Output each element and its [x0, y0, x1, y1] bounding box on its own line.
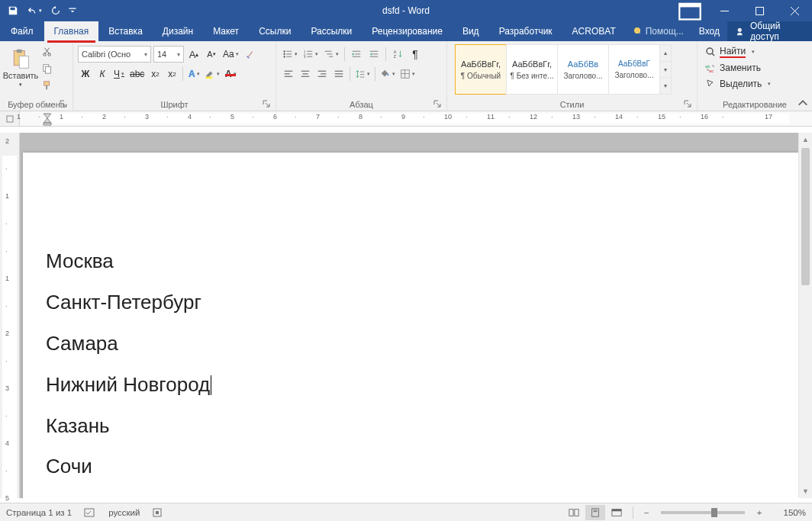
increase-indent-button[interactable]: [366, 46, 382, 63]
clipboard-dialog-launcher[interactable]: [59, 100, 68, 109]
page-indicator[interactable]: Страница 1 из 1: [6, 508, 72, 517]
tab-mailings[interactable]: Рассылки: [301, 21, 362, 41]
web-layout-button[interactable]: [607, 505, 627, 520]
shrink-font-button[interactable]: A▾: [204, 46, 219, 63]
svg-rect-14: [44, 82, 50, 85]
tab-insert[interactable]: Вставка: [98, 21, 153, 41]
language-indicator[interactable]: русский: [108, 508, 140, 517]
svg-rect-30: [325, 51, 332, 52]
svg-rect-43: [285, 76, 293, 77]
styles-gallery-more[interactable]: ▴▾▾: [659, 44, 672, 95]
svg-rect-48: [321, 73, 326, 74]
bullets-button[interactable]: [281, 46, 299, 63]
ribbon-display-options[interactable]: [678, 2, 702, 20]
paste-button[interactable]: Вставить ▾: [3, 43, 38, 93]
tab-file[interactable]: Файл: [0, 21, 44, 41]
tab-acrobat[interactable]: ACROBAT: [562, 21, 626, 41]
group-styles-label: Стили: [450, 100, 694, 111]
svg-rect-27: [307, 53, 312, 54]
left-indent-marker[interactable]: [43, 117, 52, 127]
borders-button[interactable]: [398, 66, 417, 82]
sort-button[interactable]: AZ: [390, 46, 405, 63]
copy-button[interactable]: [40, 61, 55, 76]
underline-button[interactable]: Ч: [111, 66, 127, 82]
paragraph-dialog-launcher[interactable]: [433, 100, 442, 109]
style-nospacing[interactable]: АаБбВвГг,¶ Без инте...: [506, 44, 558, 95]
document-content[interactable]: МоскваСанкт-ПетербургСамараНижний Новгор…: [46, 250, 775, 478]
align-left-button[interactable]: [281, 66, 296, 82]
maximize-button[interactable]: [742, 0, 777, 21]
svg-rect-42: [285, 73, 290, 74]
find-button[interactable]: Найти: [705, 44, 771, 59]
styles-dialog-launcher[interactable]: [683, 100, 692, 109]
shading-button[interactable]: [379, 66, 397, 82]
font-dialog-launcher[interactable]: [262, 100, 271, 109]
subscript-button[interactable]: x2: [147, 66, 163, 82]
line-spacing-button[interactable]: [353, 66, 372, 82]
clear-formatting-button[interactable]: [243, 46, 258, 63]
bold-button[interactable]: Ж: [78, 66, 93, 82]
tab-view[interactable]: Вид: [453, 21, 489, 41]
close-button[interactable]: [777, 0, 812, 21]
style-heading1[interactable]: АаБбВвЗаголово...: [557, 44, 609, 95]
scroll-thumb[interactable]: [801, 148, 810, 285]
minimize-button[interactable]: [707, 0, 742, 21]
zoom-out-button[interactable]: −: [640, 508, 653, 517]
zoom-level[interactable]: 150%: [768, 508, 806, 517]
decrease-indent-button[interactable]: [349, 46, 364, 63]
strikethrough-button[interactable]: abc: [128, 66, 146, 82]
collapse-ribbon-button[interactable]: [797, 97, 809, 109]
ribbon: Вставить ▾ Буфер обмена Calibri (Осно 14…: [0, 41, 812, 111]
cut-button[interactable]: [40, 44, 55, 59]
superscript-button[interactable]: x2: [164, 66, 179, 82]
svg-rect-8: [17, 50, 22, 53]
zoom-slider-thumb[interactable]: [711, 508, 717, 517]
tell-me-search[interactable]: Помощ...: [626, 26, 691, 37]
style-normal[interactable]: АаБбВвГг,¶ Обычный: [455, 44, 507, 95]
qat-customize[interactable]: [67, 1, 78, 21]
undo-button[interactable]: ▾: [24, 1, 44, 21]
multilevel-list-button[interactable]: [322, 46, 340, 63]
font-name-combo[interactable]: Calibri (Осно: [78, 46, 151, 63]
read-mode-button[interactable]: [564, 505, 584, 520]
vertical-scrollbar[interactable]: ▲ ▼: [798, 133, 812, 498]
select-button[interactable]: Выделить: [705, 76, 771, 92]
save-button[interactable]: [3, 1, 23, 21]
macro-indicator[interactable]: [152, 507, 163, 518]
font-size-combo[interactable]: 14: [153, 46, 184, 63]
italic-button[interactable]: К: [95, 66, 110, 82]
show-marks-button[interactable]: ¶: [408, 46, 423, 63]
numbering-button[interactable]: 123: [301, 46, 320, 63]
scroll-down-button[interactable]: ▼: [799, 484, 812, 498]
text-effects-button[interactable]: A: [186, 66, 201, 82]
replace-button[interactable]: abacЗаменить: [705, 60, 771, 76]
style-heading2[interactable]: АаБбВвГЗаголово...: [608, 44, 660, 95]
redo-button[interactable]: [46, 1, 66, 21]
font-color-button[interactable]: A: [223, 66, 238, 82]
zoom-slider[interactable]: [661, 511, 745, 514]
tab-layout[interactable]: Макет: [203, 21, 249, 41]
tab-design[interactable]: Дизайн: [153, 21, 203, 41]
share-button[interactable]: Общий доступ: [727, 21, 812, 41]
change-case-button[interactable]: Aa: [221, 46, 240, 63]
ruler-horizontal[interactable]: 1·1·2·3·4·5·6·7·8·9·10·11·12·13·14·15·16…: [0, 111, 812, 127]
tab-review[interactable]: Рецензирование: [362, 21, 453, 41]
justify-button[interactable]: [331, 66, 346, 82]
svg-rect-62: [7, 116, 13, 122]
print-layout-button[interactable]: [585, 505, 605, 520]
spell-check-indicator[interactable]: [84, 507, 96, 518]
tab-references[interactable]: Ссылки: [249, 21, 301, 41]
highlight-button[interactable]: [203, 66, 221, 82]
align-right-button[interactable]: [314, 66, 330, 82]
svg-rect-66: [569, 509, 573, 516]
grow-font-button[interactable]: A▴: [186, 46, 201, 63]
format-painter-button[interactable]: [40, 78, 55, 93]
document-page[interactable]: МоскваСанкт-ПетербургСамараНижний Новгор…: [23, 153, 798, 498]
scroll-up-button[interactable]: ▲: [799, 133, 812, 146]
ruler-vertical[interactable]: 2·1··1·2·3·4·5: [0, 133, 20, 498]
tab-developer[interactable]: Разработчик: [489, 21, 562, 41]
tab-home[interactable]: Главная: [44, 21, 99, 41]
zoom-in-button[interactable]: +: [752, 508, 766, 517]
align-center-button[interactable]: [298, 66, 313, 82]
signin-link[interactable]: Вход: [691, 26, 727, 37]
